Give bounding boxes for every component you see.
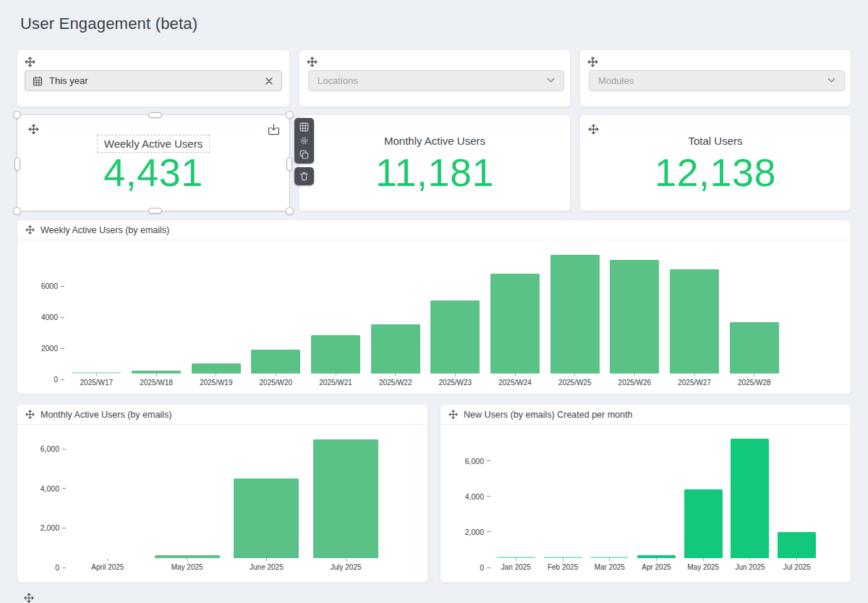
bar-June 2025[interactable] [234, 478, 299, 558]
bar-Feb 2025[interactable] [544, 557, 582, 558]
kpi-value: 11,181 [299, 150, 570, 195]
move-handle-icon[interactable] [24, 593, 34, 603]
x-tick-label: June 2025 [227, 558, 307, 571]
y-tick-label: 4,000 [41, 484, 66, 494]
x-tick-label: Jul 2025 [773, 558, 820, 571]
plot-area: Jan 2025Feb 2025Mar 2025Apr 2025May 2025… [493, 434, 820, 582]
plot-area: 2025/W172025/W182025/W192025/W202025/W21… [67, 249, 784, 394]
x-tick-label: Feb 2025 [540, 558, 587, 571]
x-tick-label: 2025/W23 [425, 374, 485, 387]
clear-x-icon[interactable] [264, 76, 274, 86]
bar-May 2025[interactable] [684, 489, 723, 558]
bar-2025/W23[interactable] [430, 300, 480, 374]
bar-Jul 2025[interactable] [778, 532, 816, 558]
selection-handle-bottom-center[interactable] [148, 208, 162, 214]
kpi-card-monthly-active-users[interactable]: Monthly Active Users 11,181 [299, 114, 571, 211]
y-tick-label: 0 [480, 562, 490, 573]
bar-2025/W25[interactable] [550, 255, 600, 374]
x-tick-label: May 2025 [680, 558, 727, 571]
selection-handle-top-left[interactable] [13, 111, 21, 119]
x-tick-label: 2025/W21 [306, 374, 366, 387]
bar-Mar 2025[interactable] [590, 557, 629, 558]
modules-placeholder: Modules [598, 75, 827, 86]
bar-2025/W22[interactable] [371, 324, 420, 374]
selection-handle-bottom-right[interactable] [286, 207, 294, 215]
x-tick-label: May 2025 [148, 558, 227, 571]
bar-2025/W26[interactable] [610, 260, 659, 374]
kpi-title: Monthly Active Users [299, 135, 570, 147]
kpi-card-total-users[interactable]: Total Users 12,138 [579, 114, 851, 211]
modules-filter-card[interactable]: Modules [579, 49, 851, 107]
selection-handle-top-center[interactable] [148, 112, 162, 118]
selection-handle-right-center[interactable] [286, 157, 292, 171]
bar-2025/W24[interactable] [490, 274, 540, 374]
selection-handle-bottom-left[interactable] [13, 207, 21, 215]
x-tick-label: Jan 2025 [493, 558, 540, 571]
chart-title: New Users (by emails) Created per month [464, 410, 632, 420]
table-icon[interactable] [294, 120, 314, 134]
move-handle-icon[interactable] [25, 410, 35, 419]
x-tick-label: Jun 2025 [727, 558, 774, 571]
bar-2025/W21[interactable] [311, 335, 360, 374]
y-tick-label: 2,000 [465, 527, 490, 537]
y-tick-label: 0 [55, 562, 66, 573]
x-tick-label: Mar 2025 [586, 558, 633, 571]
new-users-chart: 02,0004,0006,000 Jan 2025Feb 2025Mar 202… [445, 425, 851, 582]
time-filter-input[interactable]: This year [25, 70, 282, 91]
bar-July 2025[interactable] [313, 439, 378, 558]
bar-2025/W28[interactable] [730, 322, 779, 374]
selection-handle-top-right[interactable] [286, 111, 294, 119]
gear-icon[interactable] [294, 134, 314, 148]
kpi-card-weekly-active-users[interactable]: Weekly Active Users 4,431 [17, 114, 290, 211]
export-icon[interactable] [268, 123, 280, 135]
time-filter-card[interactable]: This year [17, 49, 290, 107]
chevron-down-icon [827, 77, 835, 85]
page-title: User Engagement (beta) [20, 14, 197, 33]
x-tick-label: 2025/W27 [665, 374, 725, 387]
duplicate-icon[interactable] [294, 148, 314, 161]
x-tick-label: 2025/W25 [545, 374, 605, 387]
x-tick-label: 2025/W22 [365, 374, 425, 387]
x-tick-label: 2025/W28 [724, 374, 784, 387]
weekly-active-users-chart-card[interactable]: Weekly Active Users (by emails) 02000400… [17, 219, 851, 395]
widget-toolbar-delete-group [294, 167, 314, 185]
y-axis: 02,0004,0006,000 [22, 434, 68, 582]
selection-handle-left-center[interactable] [14, 157, 20, 171]
modules-select[interactable]: Modules [589, 70, 845, 91]
y-axis: 02,0004,0006,000 [445, 434, 493, 582]
time-filter-value: This year [49, 75, 264, 86]
kpi-value: 4,431 [17, 150, 289, 195]
bar-2025/W20[interactable] [251, 350, 300, 374]
widget-toolbar-group [294, 118, 314, 164]
bar-Jun 2025[interactable] [731, 439, 769, 558]
locations-select[interactable]: Locations [308, 70, 564, 91]
trash-icon[interactable] [294, 169, 314, 183]
plot-area: April 2025May 2025June 2025July 2025 [68, 434, 386, 582]
y-tick-label: 6000 [41, 281, 64, 291]
move-handle-icon[interactable] [588, 124, 599, 135]
bar-2025/W17[interactable] [72, 372, 121, 374]
move-handle-icon[interactable] [25, 56, 35, 67]
bar-2025/W27[interactable] [670, 269, 719, 374]
chart-header: Weekly Active Users (by emails) [17, 220, 851, 240]
chart-title: Monthly Active Users (by emails) [41, 410, 171, 420]
widget-toolbar [294, 118, 314, 185]
bar-Jan 2025[interactable] [497, 557, 535, 558]
y-tick-label: 6,000 [465, 456, 490, 466]
monthly-active-users-chart-card[interactable]: Monthly Active Users (by emails) 02,0004… [17, 404, 428, 583]
monthly-active-users-chart: 02,0004,0006,000 April 2025May 2025June … [22, 425, 427, 582]
chevron-down-icon [547, 77, 555, 85]
x-tick-label: April 2025 [68, 558, 148, 571]
move-handle-icon[interactable] [28, 124, 39, 135]
move-handle-icon[interactable] [25, 225, 35, 235]
bar-2025/W19[interactable] [192, 363, 241, 374]
move-handle-icon[interactable] [587, 56, 598, 67]
chart-header: Monthly Active Users (by emails) [17, 405, 427, 425]
move-handle-icon[interactable] [448, 410, 458, 419]
locations-filter-card[interactable]: Locations [299, 49, 571, 107]
move-handle-icon[interactable] [307, 56, 318, 67]
dashboard-page: User Engagement (beta) This year Locatio… [0, 0, 868, 603]
y-axis: 0200040006000 [22, 249, 67, 394]
new-users-chart-card[interactable]: New Users (by emails) Created per month … [440, 404, 851, 583]
x-tick-label: 2025/W19 [186, 374, 246, 387]
